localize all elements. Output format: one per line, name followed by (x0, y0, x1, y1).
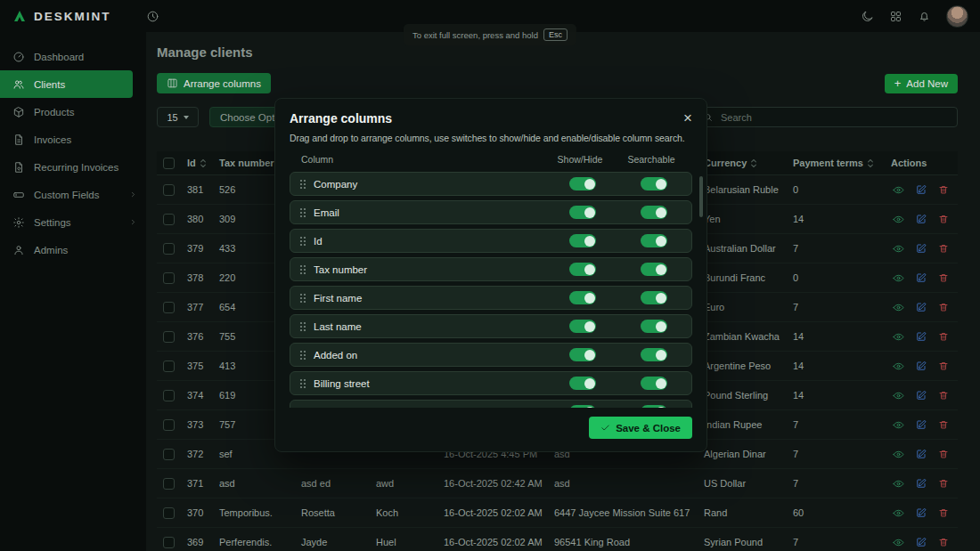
searchable-toggle[interactable] (641, 206, 667, 219)
searchable-toggle[interactable] (641, 291, 667, 304)
view-icon[interactable] (893, 419, 904, 431)
view-icon[interactable] (893, 214, 904, 225)
logo[interactable]: DESKMINT (0, 9, 146, 23)
edit-icon[interactable] (916, 184, 927, 195)
view-icon[interactable] (893, 507, 904, 519)
row-checkbox[interactable] (163, 214, 175, 225)
column-header[interactable]: Actions (886, 158, 958, 169)
select-all-checkbox[interactable] (163, 158, 175, 169)
column-header[interactable]: Payment terms (788, 158, 886, 169)
view-icon[interactable] (893, 478, 904, 490)
searchable-toggle[interactable] (641, 234, 667, 247)
edit-icon[interactable] (916, 243, 927, 254)
modal-scrollbar-thumb[interactable] (699, 176, 703, 217)
show-hide-toggle[interactable] (569, 234, 596, 247)
sidebar-item-settings[interactable]: Settings (0, 208, 146, 236)
edit-icon[interactable] (916, 361, 927, 371)
drag-handle-icon[interactable] (299, 236, 306, 247)
delete-icon[interactable] (938, 419, 949, 430)
drag-handle-icon[interactable] (299, 264, 306, 275)
view-icon[interactable] (893, 390, 904, 401)
searchable-toggle[interactable] (641, 177, 667, 190)
delete-icon[interactable] (938, 507, 949, 518)
show-hide-toggle[interactable] (569, 377, 596, 390)
row-checkbox[interactable] (163, 361, 175, 372)
sidebar-item-dashboard[interactable]: Dashboard (0, 43, 146, 70)
view-icon[interactable] (893, 361, 904, 372)
delete-icon[interactable] (938, 390, 949, 401)
page-size-select[interactable]: 15 (157, 107, 199, 127)
view-icon[interactable] (893, 184, 904, 196)
column-header[interactable]: Id (182, 158, 214, 169)
edit-icon[interactable] (916, 537, 927, 547)
apps-grid-icon[interactable] (889, 10, 902, 23)
show-hide-toggle[interactable] (569, 177, 596, 190)
delete-icon[interactable] (938, 243, 949, 254)
searchable-toggle[interactable] (641, 263, 667, 276)
delete-icon[interactable] (938, 184, 949, 195)
row-checkbox[interactable] (163, 243, 175, 255)
show-hide-toggle[interactable] (569, 263, 596, 276)
view-icon[interactable] (893, 331, 904, 343)
delete-icon[interactable] (938, 449, 949, 459)
sidebar-item-custom-fields[interactable]: Custom Fields (0, 181, 146, 208)
sidebar-item-clients[interactable]: Clients (0, 70, 133, 98)
edit-icon[interactable] (916, 478, 927, 489)
delete-icon[interactable] (938, 214, 949, 224)
sidebar-item-recurring-invoices[interactable]: Recurring Invoices (0, 153, 146, 181)
drag-handle-icon[interactable] (299, 179, 306, 190)
close-icon[interactable]: × (683, 110, 692, 126)
view-icon[interactable] (893, 243, 904, 255)
view-icon[interactable] (893, 302, 904, 313)
edit-icon[interactable] (916, 449, 927, 459)
delete-icon[interactable] (938, 478, 949, 489)
edit-icon[interactable] (916, 214, 927, 224)
row-checkbox[interactable] (163, 507, 175, 519)
edit-icon[interactable] (916, 272, 927, 283)
row-checkbox[interactable] (163, 302, 175, 313)
sidebar-item-invoices[interactable]: Invoices (0, 126, 146, 153)
drag-handle-icon[interactable] (299, 207, 306, 218)
view-icon[interactable] (893, 449, 904, 460)
show-hide-toggle[interactable] (569, 206, 596, 219)
delete-icon[interactable] (938, 272, 949, 283)
avatar[interactable] (946, 5, 968, 28)
bell-icon[interactable] (918, 10, 931, 23)
show-hide-toggle[interactable] (569, 405, 596, 408)
arrange-columns-button[interactable]: Arrange columns (157, 73, 271, 93)
search-input[interactable] (719, 111, 950, 124)
edit-icon[interactable] (916, 507, 927, 518)
row-checkbox[interactable] (163, 419, 175, 431)
row-checkbox[interactable] (163, 449, 175, 460)
drag-handle-icon[interactable] (299, 321, 306, 332)
row-checkbox[interactable] (163, 184, 175, 196)
edit-icon[interactable] (916, 302, 927, 312)
show-hide-toggle[interactable] (569, 320, 596, 333)
view-icon[interactable] (893, 272, 904, 284)
show-hide-toggle[interactable] (569, 291, 596, 304)
searchable-toggle[interactable] (641, 377, 667, 390)
dark-mode-icon[interactable] (861, 10, 874, 23)
searchable-toggle[interactable] (641, 405, 667, 408)
row-checkbox[interactable] (163, 478, 175, 490)
drag-handle-icon[interactable] (299, 407, 306, 409)
drag-handle-icon[interactable] (299, 378, 306, 389)
row-checkbox[interactable] (163, 272, 175, 284)
show-hide-toggle[interactable] (569, 348, 596, 361)
edit-icon[interactable] (916, 331, 927, 342)
delete-icon[interactable] (938, 537, 949, 547)
delete-icon[interactable] (938, 331, 949, 342)
history-icon[interactable] (146, 10, 159, 23)
add-new-button[interactable]: + Add New (885, 74, 958, 93)
row-checkbox[interactable] (163, 331, 175, 343)
searchable-toggle[interactable] (641, 348, 667, 361)
drag-handle-icon[interactable] (299, 293, 306, 304)
edit-icon[interactable] (916, 390, 927, 401)
edit-icon[interactable] (916, 419, 927, 430)
column-header[interactable]: Currency (698, 158, 788, 169)
drag-handle-icon[interactable] (299, 350, 306, 361)
delete-icon[interactable] (938, 361, 949, 371)
save-and-close-button[interactable]: Save & Close (589, 417, 692, 439)
view-icon[interactable] (893, 537, 904, 548)
sidebar-item-admins[interactable]: Admins (0, 236, 146, 263)
